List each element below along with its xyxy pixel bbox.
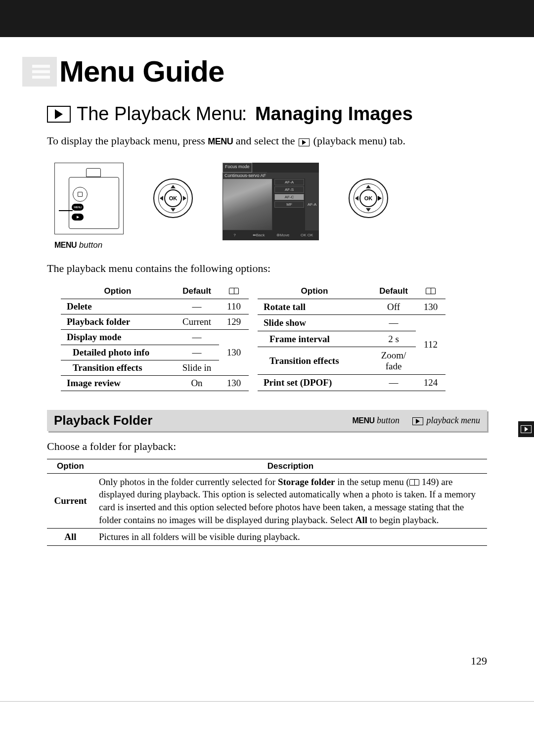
illustration-row: OK Focus mode Continuous-servo AF AF-A A… [54, 163, 487, 234]
desc-all: Pictures in all folders will be visible … [94, 529, 487, 546]
options-intro: The playback menu contains the following… [47, 262, 487, 275]
play-button-illustration [72, 214, 84, 221]
options-table-left: Option Default Delete—110 Playback folde… [61, 284, 249, 391]
playback-folder-intro: Choose a folder for playback: [47, 440, 487, 453]
book-icon [229, 288, 239, 294]
playback-icon [47, 106, 71, 123]
lcd-screen-illustration: Focus mode Continuous-servo AF AF-A AF-S… [222, 163, 319, 234]
section-title-part2: Managing Images [255, 103, 413, 124]
page-title: Menu Guide [59, 54, 224, 89]
menu-guide-icon [22, 57, 57, 87]
desc-current: Only photos in the folder currently sele… [94, 473, 487, 529]
top-black-bar [0, 0, 534, 37]
section-title: The Playback Menu Managing Images [47, 103, 487, 125]
camera-back-diagram [54, 163, 124, 234]
page-header: Menu Guide [22, 54, 487, 89]
menu-button-illustration [72, 204, 84, 211]
page-content: Menu Guide The Playback Menu Managing Im… [0, 54, 534, 687]
menu-button-caption: MENU button [54, 240, 487, 250]
page-number: 129 [47, 655, 487, 667]
options-tables: Option Default Delete—110 Playback folde… [61, 284, 487, 391]
playback-icon-small [299, 138, 310, 146]
section-title-part1: The Playback Menu [77, 103, 243, 124]
intro-text: To display the playback menu, press MENU… [47, 133, 487, 149]
menu-word: MENU [208, 136, 233, 146]
ok-dial-2: OK [349, 178, 388, 218]
playback-icon-small [412, 417, 423, 425]
footer-divider [0, 701, 534, 702]
book-icon [426, 288, 436, 294]
playback-folder-title: Playback Folder [54, 413, 352, 428]
playback-folder-table: Option Description Current Only photos i… [47, 459, 487, 546]
book-icon [409, 479, 419, 486]
options-table-right: Option Default Rotate tallOff130 Slide s… [258, 284, 445, 391]
ok-dial-1: OK [153, 178, 193, 218]
playback-folder-bar: Playback Folder MENU button playback men… [47, 410, 487, 431]
side-tab-playback [518, 421, 534, 437]
